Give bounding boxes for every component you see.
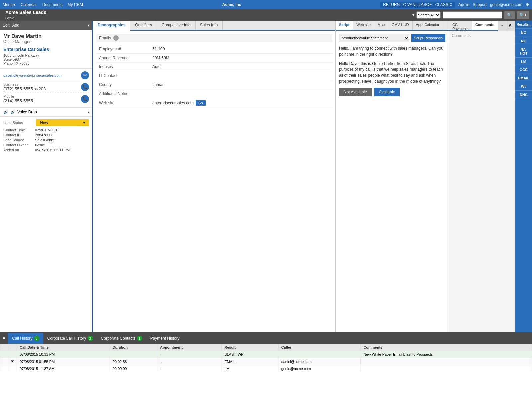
col-duration[interactable]: Duration	[110, 344, 157, 351]
left-panel-toolbar: Edit Add ▾	[0, 21, 92, 30]
calendar-nav-link[interactable]: Calendar	[21, 2, 37, 7]
toolbar-dropdown-arrow[interactable]: ▾	[88, 23, 90, 28]
col-appointment[interactable]: Appointment	[157, 344, 222, 351]
mobile-call-icon[interactable]: 📞	[81, 95, 89, 103]
search-scope-select[interactable]: Search All	[416, 11, 441, 19]
company-title: Acme, Inc	[88, 2, 375, 7]
tab-website[interactable]: Web site	[353, 21, 374, 30]
collapse-icon[interactable]: ▾	[412, 13, 414, 17]
tab-qualifiers[interactable]: Qualifiers	[130, 21, 157, 30]
search-bar-company: Acme Sales LeadsGenie	[3, 10, 46, 20]
lead-source-row: Lead Source SalesGenie	[3, 138, 89, 142]
add-button[interactable]: Add	[12, 23, 19, 28]
bottom-tab-bar: ≡ Call History 3 Corporate Call History …	[0, 333, 532, 344]
contact-id-row: Contact ID 288478668	[3, 133, 89, 137]
search-button[interactable]: 🔍	[504, 11, 515, 19]
tab-script[interactable]: Script	[336, 21, 353, 30]
center-panel: Demographics Qualifiers Competitive Info…	[93, 21, 336, 332]
bottom-toggle-button[interactable]: ≡	[0, 334, 8, 342]
go-button[interactable]: Go	[196, 100, 206, 106]
script-text: Hello, I am trying to connect with sales…	[339, 45, 445, 84]
contact-id-value: 288478668	[35, 133, 53, 137]
search-input[interactable]	[443, 11, 502, 19]
tab-appt-calendar[interactable]: Appt Calendar	[413, 21, 443, 30]
edit-button[interactable]: Edit	[3, 23, 10, 28]
call-history-content: Call Date & Time Duration Appointment Re…	[0, 344, 532, 399]
business-phone-row: Business (972) 555-5555 xx203 📞	[3, 82, 89, 91]
tab-corporate-call-history[interactable]: Corporate Call History 2	[43, 333, 97, 344]
script-paragraph2: Hello Dave, this is Genie Parker from St…	[339, 61, 445, 84]
available-button[interactable]: Available	[374, 88, 400, 96]
call-history-header: Call Date & Time Duration Appointment Re…	[0, 344, 532, 351]
added-on-value: 05/19/2015 03:11 PM	[35, 148, 70, 152]
demo-row: IT Contact	[96, 71, 332, 80]
contact-time-label: Contact Time	[3, 128, 35, 132]
tab-competitive-info[interactable]: Competitive Info	[157, 21, 196, 30]
result-no-button[interactable]: NO	[515, 29, 532, 37]
tab-cmv-hud[interactable]: CMV HUD	[388, 21, 412, 30]
col-result[interactable]: Result	[222, 344, 278, 351]
right-sidebar: Results... NO NC NA-HOT LM CCC EMAIL W# …	[515, 21, 532, 332]
not-available-button[interactable]: Not Available	[339, 88, 372, 96]
call-history-row: 07/08/2015 11:37 AM00:00:09--LMgenie@acm…	[0, 365, 532, 372]
tab-map[interactable]: Map	[374, 21, 388, 30]
mycrm-nav-link[interactable]: My CRM	[67, 2, 83, 7]
tab-demographics[interactable]: Demographics	[93, 21, 130, 31]
demo-row: Annual Revenue20M-50M	[96, 54, 332, 63]
result-w-button[interactable]: W#	[515, 82, 532, 91]
result-ccc-button[interactable]: CCC	[515, 66, 532, 74]
address-line2: Suite 5987	[3, 57, 89, 61]
support-link[interactable]: Support	[473, 2, 487, 7]
tab-payment-history[interactable]: Payment History	[146, 333, 184, 344]
script-action-buttons: Not Available Available	[339, 88, 445, 96]
address-line1: 1005 Lincoln Parkway	[3, 53, 89, 57]
business-phone-label: Business	[3, 82, 46, 86]
return-classic-button[interactable]: RETURN TO VANILLASOFT CLASSIC	[380, 2, 455, 8]
tab-cc-payments[interactable]: CC Payments	[449, 21, 472, 30]
cc-a-button[interactable]: A	[506, 21, 514, 31]
tab-call-history[interactable]: Call History 3	[8, 333, 43, 344]
cc-minus-button[interactable]: -	[498, 21, 506, 31]
contact-info: Mr Dave Martin Office Manager Enterprise…	[0, 30, 92, 69]
script-responses-button[interactable]: Script Responses	[411, 34, 445, 42]
demo-row: Web siteenterprisecarsales.comGo	[96, 98, 332, 108]
lead-status-badge[interactable]: New ▾	[36, 119, 89, 126]
mobile-phone-number: (214) 555-5555	[3, 98, 33, 103]
company-name[interactable]: Enterprise Car Sales	[3, 47, 89, 52]
result-na-hot-button[interactable]: NA-HOT	[515, 45, 532, 58]
email-icon[interactable]: ✉	[81, 71, 89, 79]
search-plus-button[interactable]: 🔍+	[517, 11, 529, 19]
left-panel: Edit Add ▾ Mr Dave Martin Office Manager…	[0, 21, 93, 332]
admin-link[interactable]: Admin	[458, 2, 469, 7]
script-select[interactable]: Introduction/Value Statement	[339, 34, 409, 42]
result-email-button[interactable]: EMAIL	[515, 74, 532, 82]
results-button[interactable]: Results...	[515, 21, 532, 29]
col-date-time[interactable]: Call Date & Time	[17, 344, 110, 351]
cc-panel: CC Payments Comments - A + Comments	[449, 21, 515, 332]
documents-nav-link[interactable]: Documents	[42, 2, 63, 7]
call-history-row: ✉07/08/2015 01:55 PM00:02:58--EMAILdanie…	[0, 358, 532, 365]
col-comments[interactable]: Comments	[361, 344, 532, 351]
business-call-icon[interactable]: 📞	[81, 83, 89, 91]
voice-drop-arrow: ›	[88, 110, 89, 114]
menu-dropdown[interactable]: Menu ▾	[3, 2, 15, 7]
emails-row: Emails 1	[96, 34, 332, 42]
tab-sales-info[interactable]: Sales Info	[196, 21, 223, 30]
cc-tab-bar: CC Payments Comments - A +	[449, 21, 515, 31]
lead-status-row: Lead Status New ▾	[3, 119, 89, 126]
voice-drop-row[interactable]: 🔊 🔊 Voice Drop ›	[0, 108, 92, 117]
contact-id-label: Contact ID	[3, 133, 35, 137]
result-dnc-button[interactable]: DNC	[515, 91, 532, 99]
result-nc-button[interactable]: NC	[515, 37, 532, 45]
website-value: enterprisecarsales.com	[152, 101, 194, 105]
lead-status-label: Lead Status	[3, 121, 33, 125]
script-select-row: Introduction/Value Statement Script Resp…	[339, 34, 445, 42]
menu-arrow-icon: ▾	[13, 2, 15, 7]
tab-comments[interactable]: Comments	[472, 21, 498, 30]
mobile-phone-label: Mobile	[3, 94, 33, 98]
result-lm-button[interactable]: LM	[515, 58, 532, 66]
col-caller[interactable]: Caller	[278, 344, 361, 351]
lead-source-value: SalesGenie	[35, 138, 54, 142]
contact-owner-label: Contact Owner	[3, 143, 35, 147]
tab-corporate-contacts[interactable]: Corporate Contacts 1	[97, 333, 146, 344]
